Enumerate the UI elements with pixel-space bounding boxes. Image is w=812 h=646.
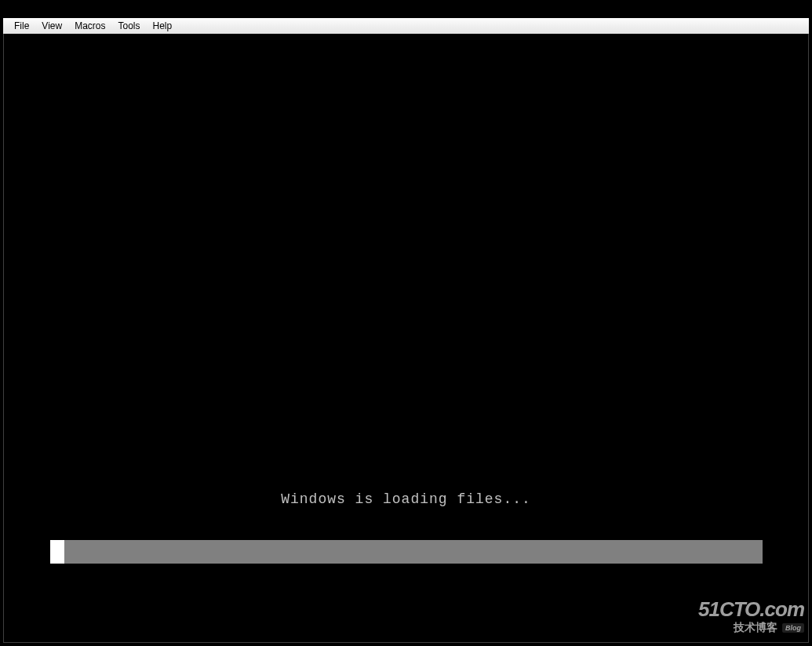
remote-console-viewport[interactable]: Windows is loading files...	[3, 34, 809, 643]
menu-view[interactable]: View	[35, 19, 68, 33]
menu-tools[interactable]: Tools	[111, 19, 146, 33]
menu-macros[interactable]: Macros	[68, 19, 111, 33]
loading-progress-bar	[50, 540, 763, 564]
menu-file[interactable]: File	[8, 19, 35, 33]
loading-status-text: Windows is loading files...	[281, 491, 531, 507]
menu-bar: File View Macros Tools Help	[3, 18, 809, 34]
watermark: 51CTO.com 技术博客 Blog	[698, 599, 804, 635]
watermark-sub-text: 技术博客	[734, 621, 777, 635]
windows-boot-screen: Windows is loading files...	[4, 34, 808, 642]
app-window: File View Macros Tools Help Windows is l…	[0, 0, 812, 646]
menu-help[interactable]: Help	[147, 19, 179, 33]
watermark-subtitle: 技术博客 Blog	[698, 621, 804, 635]
watermark-logo: 51CTO.com	[698, 599, 804, 619]
loading-progress-fill	[50, 540, 64, 564]
watermark-badge: Blog	[782, 623, 804, 633]
